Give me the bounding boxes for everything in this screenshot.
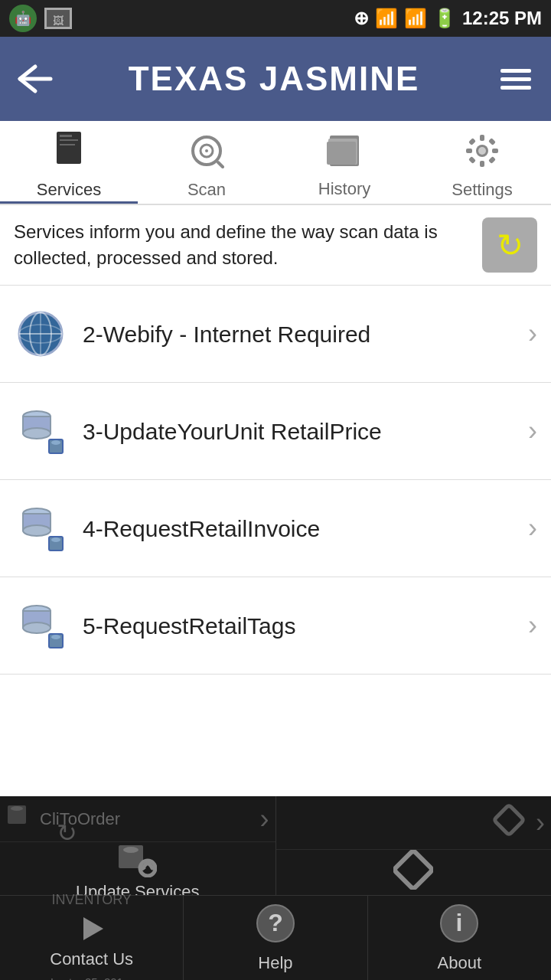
tab-scan-label: Scan xyxy=(187,180,226,200)
svg-point-43 xyxy=(11,806,23,811)
svg-rect-3 xyxy=(60,139,78,141)
svg-rect-19 xyxy=(488,138,496,145)
settings-icon xyxy=(465,133,500,175)
svg-line-8 xyxy=(218,162,223,167)
menu-button[interactable] xyxy=(494,63,537,96)
image-icon: 🖼 xyxy=(44,8,72,29)
unlock-rotation-button[interactable]: Unlock Rotation xyxy=(276,850,552,895)
service-icon-db-2 xyxy=(14,404,67,458)
svg-rect-4 xyxy=(60,144,75,145)
svg-point-29 xyxy=(23,428,51,439)
about-button[interactable]: i About xyxy=(368,896,551,980)
svg-rect-14 xyxy=(480,135,484,141)
tab-history-label: History xyxy=(318,179,370,199)
svg-rect-15 xyxy=(480,161,484,167)
about-label: About xyxy=(438,953,482,973)
tab-settings[interactable]: Settings xyxy=(413,121,551,204)
service-icon-db-4 xyxy=(14,599,67,652)
chevron-icon-4: › xyxy=(528,609,537,642)
service-list: 2-Webify - Internet Required › 3-UpdateY… xyxy=(0,286,551,675)
app-title: TEXAS JASMINE xyxy=(54,60,494,98)
clock: 12:25 PM xyxy=(462,8,542,29)
status-right: ⊕ 📶 📶 🔋 12:25 PM xyxy=(354,8,542,29)
scan-icon xyxy=(189,133,224,175)
signal-icon: 📶 xyxy=(404,8,427,29)
tab-bar: Services Scan History xyxy=(0,121,551,205)
help-icon: ? xyxy=(255,903,296,947)
description-text: Services inform you and define the way s… xyxy=(14,219,470,270)
service-label-2: 3-UpdateYourUnit RetailPrice xyxy=(83,416,519,446)
app-header: TEXAS JASMINE xyxy=(0,37,551,121)
footer-left-col: Cli ↻ ToOrder › Update Serv xyxy=(0,796,276,895)
history-icon xyxy=(327,134,362,175)
service-item-2[interactable]: 3-UpdateYourUnit RetailPrice › xyxy=(0,383,551,480)
content-area: Services inform you and define the way s… xyxy=(0,205,551,874)
chevron-icon-1: › xyxy=(528,318,537,350)
service-icon-globe xyxy=(14,307,67,361)
service-label-4: 5-RequestRetailTags xyxy=(83,611,519,641)
inventory-partial-text: INVENTORY xyxy=(51,892,131,908)
click-to-order-text: Cli ↻ ToOrder xyxy=(40,809,120,829)
svg-point-31 xyxy=(51,440,60,445)
partial-icon-top-right xyxy=(491,802,527,843)
help-button[interactable]: ? Help xyxy=(184,896,367,980)
svg-rect-11 xyxy=(327,142,356,165)
footer-bottom-row: INVENTORY Contact Us Last... 25, 201... … xyxy=(0,896,551,980)
svg-rect-21 xyxy=(488,156,496,164)
footer-top-row: Cli ↻ ToOrder › Update Serv xyxy=(0,796,551,896)
partial-top-right: › xyxy=(276,796,552,850)
svg-rect-49 xyxy=(394,851,433,890)
tab-services[interactable]: Services xyxy=(0,121,138,204)
svg-rect-20 xyxy=(468,156,476,164)
services-icon xyxy=(52,130,86,175)
contact-us-icon-area xyxy=(77,914,106,943)
contact-us-button[interactable]: INVENTORY Contact Us Last... 25, 201... xyxy=(0,896,184,980)
service-label-3: 4-RequestRetailInvoice xyxy=(83,514,519,544)
tab-history[interactable]: History xyxy=(276,121,413,204)
battery-icon: 🔋 xyxy=(433,8,456,29)
service-icon-db-3 xyxy=(14,501,67,555)
tab-scan[interactable]: Scan xyxy=(138,121,276,204)
status-left: 🤖 🖼 xyxy=(9,5,72,32)
svg-rect-18 xyxy=(468,138,476,145)
svg-rect-17 xyxy=(492,149,498,153)
description-row: Services inform you and define the way s… xyxy=(0,205,551,286)
svg-rect-2 xyxy=(60,135,72,137)
last-date-text: Last... 25, 201... xyxy=(51,975,133,980)
app-icon: 🤖 xyxy=(9,5,37,32)
chevron-right-top: › xyxy=(536,807,545,839)
back-button[interactable] xyxy=(14,64,54,94)
refresh-icon: ↻ xyxy=(497,227,523,264)
svg-point-41 xyxy=(51,635,60,639)
footer-right-col: › Unlock Rotation xyxy=(276,796,552,895)
svg-point-13 xyxy=(478,147,486,155)
about-icon: i xyxy=(439,903,480,947)
db-partial-icon xyxy=(6,802,34,835)
click-to-order-chevron: › xyxy=(260,803,269,835)
update-services-icon-area xyxy=(119,842,157,877)
help-label: Help xyxy=(258,953,292,973)
service-item-3[interactable]: 4-RequestRetailInvoice › xyxy=(0,480,551,577)
svg-point-34 xyxy=(23,525,51,536)
click-to-order-partial[interactable]: Cli ↻ ToOrder › xyxy=(0,796,276,842)
service-item-4[interactable]: 5-RequestRetailTags › xyxy=(0,577,551,675)
status-bar: 🤖 🖼 ⊕ 📶 📶 🔋 12:25 PM xyxy=(0,0,551,37)
tab-services-label: Services xyxy=(37,180,101,200)
unlock-rotation-icon xyxy=(393,850,433,893)
contact-us-label: Contact Us xyxy=(50,949,133,969)
footer-bar: Cli ↻ ToOrder › Update Serv xyxy=(0,796,551,980)
svg-text:?: ? xyxy=(268,909,283,936)
tab-settings-label: Settings xyxy=(452,180,513,200)
svg-point-45 xyxy=(123,847,139,853)
chevron-icon-3: › xyxy=(528,512,537,544)
service-label-1: 2-Webify - Internet Required xyxy=(83,319,519,349)
gps-icon: ⊕ xyxy=(354,8,369,29)
svg-text:i: i xyxy=(456,909,463,936)
service-item-1[interactable]: 2-Webify - Internet Required › xyxy=(0,286,551,383)
svg-rect-16 xyxy=(466,149,472,153)
svg-point-39 xyxy=(23,622,51,633)
refresh-button[interactable]: ↻ xyxy=(482,217,537,273)
svg-point-36 xyxy=(51,537,60,542)
chevron-icon-2: › xyxy=(528,415,537,447)
svg-marker-50 xyxy=(83,917,103,940)
